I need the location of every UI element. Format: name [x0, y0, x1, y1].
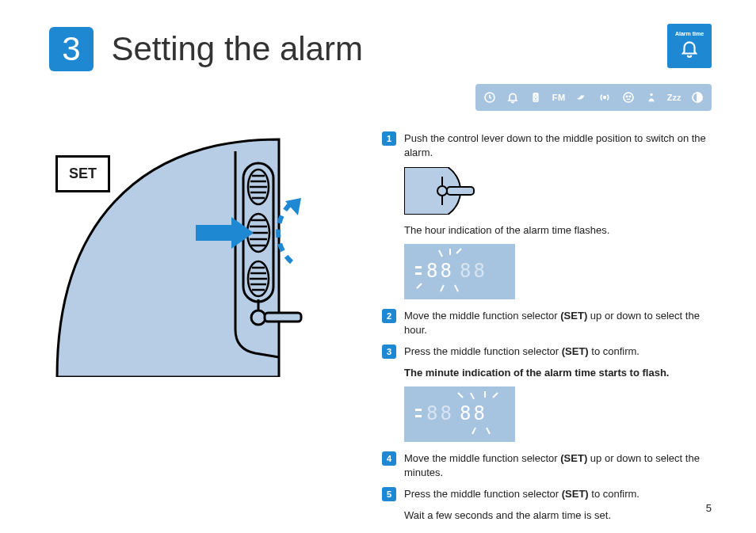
display-minute-flash-figure: 88 88 — [404, 386, 712, 442]
step-1-number: 1 — [382, 131, 396, 146]
set-label: SET — [55, 155, 110, 192]
svg-rect-50 — [415, 415, 422, 417]
step-3-text: Press the middle function selector (SET)… — [404, 345, 640, 359]
step-1: 1 Push the control lever down to the mid… — [382, 131, 712, 159]
step-3: 3 Press the middle function selector (SE… — [382, 345, 712, 359]
svg-point-29 — [251, 310, 265, 325]
svg-rect-31 — [265, 313, 301, 322]
svg-point-8 — [650, 93, 653, 97]
step-4-text: Move the middle function selector (SET) … — [404, 451, 712, 479]
step-5-text: Press the middle function selector (SET)… — [404, 487, 640, 501]
svg-rect-36 — [447, 187, 474, 195]
step-3-number: 3 — [382, 345, 396, 359]
bell-icon — [504, 89, 521, 106]
snooze-zzz-icon: Zzz — [666, 89, 683, 106]
contrast-icon — [689, 89, 706, 106]
alarm-time-mode-label: Alarm time — [675, 31, 704, 36]
chapter-number-badge: 3 — [49, 27, 94, 71]
display-minute-digits: 88 — [460, 260, 487, 282]
mode-icon-row: FM Zzz — [475, 84, 712, 111]
person-icon — [643, 89, 660, 106]
note-after-step-1: The hour indication of the alarm time fl… — [404, 224, 712, 236]
display-hour-flash-figure: 88 88 — [404, 244, 712, 299]
face-icon — [620, 89, 637, 106]
bird-icon — [573, 89, 590, 106]
clock-icon — [481, 89, 498, 106]
note-after-step-5: Wait a few seconds and the alarm time is… — [404, 509, 712, 521]
step-5: 5 Press the middle function selector (SE… — [382, 487, 712, 501]
device-set-selector-figure: SET — [49, 131, 350, 377]
svg-point-2 — [534, 97, 537, 101]
step-4-number: 4 — [382, 451, 396, 466]
fm-label: FM — [550, 89, 567, 106]
svg-point-35 — [437, 186, 447, 196]
step-1-text: Push the control lever down to the middl… — [404, 131, 712, 159]
note-after-step-3: The minute indication of the alarm time … — [404, 367, 712, 379]
step-2-number: 2 — [382, 309, 396, 323]
step-5-number: 5 — [382, 487, 396, 501]
svg-point-5 — [624, 93, 633, 102]
chapter-title: Setting the alarm — [111, 30, 363, 68]
bell-icon — [679, 38, 700, 62]
mp3-player-icon — [527, 89, 544, 106]
svg-rect-49 — [415, 409, 422, 411]
svg-rect-40 — [415, 266, 422, 268]
step-2-text: Move the middle function selector (SET) … — [404, 309, 712, 337]
display-hour-digits: 88 — [426, 260, 454, 282]
step-2: 2 Move the middle function selector (SET… — [382, 309, 712, 337]
step-1-lever-figure — [404, 167, 712, 215]
svg-rect-3 — [534, 94, 537, 96]
svg-rect-32 — [196, 225, 231, 241]
page-number: 5 — [706, 502, 712, 514]
svg-point-7 — [629, 96, 630, 97]
svg-point-6 — [626, 96, 627, 97]
step-4: 4 Move the middle function selector (SET… — [382, 451, 712, 479]
alarm-time-mode-badge: Alarm time — [667, 24, 712, 68]
svg-rect-41 — [415, 272, 422, 275]
svg-point-4 — [604, 97, 606, 99]
svg-text:88: 88 — [460, 402, 487, 424]
svg-text:88: 88 — [426, 402, 454, 424]
radio-signal-icon — [596, 89, 613, 106]
